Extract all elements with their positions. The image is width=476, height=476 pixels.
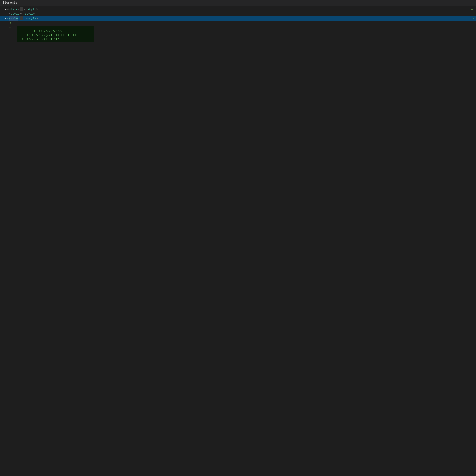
ascii-box-left: :::!!!!!!//////////rr :!!!!!////rrr(((ll… [17,26,94,42]
title-bar: Elements [0,0,476,6]
style-tag-1[interactable]: <style>⋯</style> —→ [0,7,476,12]
ascii-art-row: <!–– :::!!!!!!//////////rr :!!!!!////rrr… [0,26,476,42]
panel-title: Elements [3,1,18,5]
comment-ascii-start: <!–– ——→ [0,21,476,26]
expand-arrow-selected[interactable] [5,16,6,21]
elements-panel: <style>⋯</style> —→ <style></style> —→ <… [0,6,476,43]
style-tag-2[interactable]: <style></style> —→ [0,12,476,16]
expand-arrow[interactable] [5,7,6,12]
style-tag-3-selected[interactable]: <style>⋯</style> —→ [0,16,476,21]
